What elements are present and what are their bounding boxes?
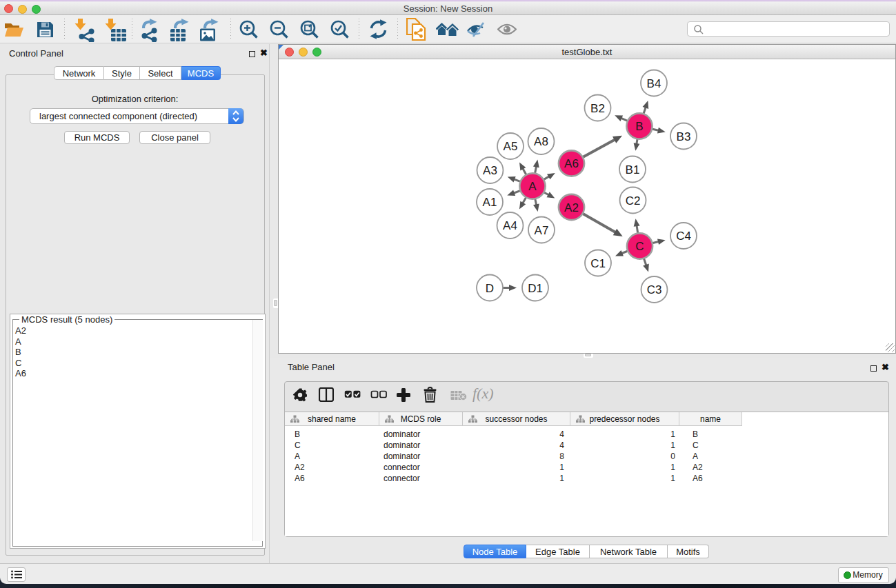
svg-text:C2: C2 xyxy=(626,194,641,207)
svg-text:A1: A1 xyxy=(483,196,497,209)
svg-text:C3: C3 xyxy=(647,283,662,296)
svg-text:B1: B1 xyxy=(626,163,640,176)
svg-text:A6: A6 xyxy=(564,157,579,170)
svg-text:C1: C1 xyxy=(590,257,606,270)
svg-text:A5: A5 xyxy=(504,140,518,153)
svg-text:A: A xyxy=(528,180,537,193)
svg-text:B: B xyxy=(635,120,643,133)
svg-text:D: D xyxy=(486,282,494,295)
svg-text:A4: A4 xyxy=(503,219,517,232)
svg-text:B3: B3 xyxy=(677,130,691,143)
svg-text:B2: B2 xyxy=(590,102,605,115)
svg-text:A8: A8 xyxy=(534,135,548,148)
svg-text:B4: B4 xyxy=(647,77,661,90)
svg-text:C: C xyxy=(635,240,644,253)
svg-text:C4: C4 xyxy=(676,230,691,243)
svg-text:A3: A3 xyxy=(483,164,497,177)
svg-text:D1: D1 xyxy=(528,282,543,295)
svg-text:A7: A7 xyxy=(535,224,549,237)
svg-text:A2: A2 xyxy=(564,201,579,214)
